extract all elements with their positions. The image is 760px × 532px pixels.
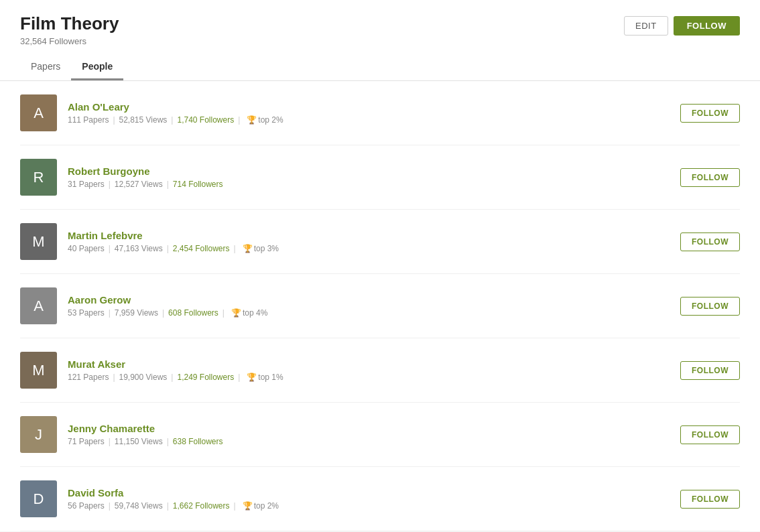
tab-people[interactable]: People: [71, 54, 123, 80]
tabs-nav: Papers People: [20, 54, 740, 80]
stat-sep: |: [113, 373, 115, 382]
avatar-letter: A: [34, 105, 44, 122]
papers-stat: 71 Papers: [68, 437, 105, 446]
trophy-icon: 🏆: [247, 373, 257, 382]
papers-stat: 111 Papers: [68, 115, 109, 125]
avatar-letter: A: [34, 297, 44, 315]
person-name[interactable]: Alan O'Leary: [68, 101, 283, 113]
stat-sep: |: [171, 115, 173, 125]
header-actions: EDIT FOLLOW: [624, 16, 740, 36]
person-name[interactable]: Jenny Chamarette: [68, 423, 223, 434]
followers-count: 32,564 Followers: [20, 36, 119, 46]
trophy-icon: 🏆: [243, 244, 253, 253]
edit-button[interactable]: EDIT: [624, 16, 668, 36]
tab-papers[interactable]: Papers: [20, 54, 71, 80]
follow-person-button[interactable]: FOLLOW: [680, 490, 740, 509]
follow-person-button[interactable]: FOLLOW: [680, 232, 740, 251]
follow-person-button[interactable]: FOLLOW: [680, 297, 740, 316]
person-name[interactable]: Murat Akser: [68, 358, 283, 370]
person-info: Alan O'Leary 111 Papers | 52,815 Views |…: [68, 101, 283, 125]
followers-stat: 1,740 Followers: [177, 115, 234, 125]
person-item: J Jenny Chamarette 71 Papers | 11,150 Vi…: [20, 403, 740, 467]
avatar: M: [20, 352, 57, 389]
avatar: D: [20, 480, 57, 517]
avatar: A: [20, 287, 57, 324]
stat-sep: |: [167, 180, 169, 189]
followers-stat: 1,249 Followers: [177, 373, 234, 382]
person-left: D David Sorfa 56 Papers | 59,748 Views |…: [20, 480, 279, 517]
avatar-letter: J: [35, 426, 42, 444]
title-section: Film Theory 32,564 Followers: [20, 13, 119, 46]
person-item: R Robert Burgoyne 31 Papers | 12,527 Vie…: [20, 145, 740, 210]
stat-sep: |: [234, 501, 236, 511]
avatar: M: [20, 223, 57, 260]
person-item: M Murat Akser 121 Papers | 19,900 Views …: [20, 338, 740, 403]
followers-stat: 2,454 Followers: [173, 244, 230, 253]
stat-sep: |: [238, 115, 240, 125]
followers-stat: 1,662 Followers: [173, 501, 230, 511]
person-info: Aaron Gerow 53 Papers | 7,959 Views | 60…: [68, 294, 267, 318]
follow-person-button[interactable]: FOLLOW: [680, 104, 740, 123]
content-area: A Alan O'Leary 111 Papers | 52,815 Views…: [0, 81, 760, 531]
stat-sep: |: [238, 373, 240, 382]
person-left: R Robert Burgoyne 31 Papers | 12,527 Vie…: [20, 159, 223, 196]
person-left: J Jenny Chamarette 71 Papers | 11,150 Vi…: [20, 416, 223, 453]
stat-sep: |: [109, 180, 111, 189]
person-name[interactable]: Martin Lefebvre: [68, 230, 279, 241]
follow-person-button[interactable]: FOLLOW: [680, 168, 740, 187]
person-name[interactable]: Aaron Gerow: [68, 294, 267, 306]
stat-sep: |: [162, 308, 164, 318]
person-info: Martin Lefebvre 40 Papers | 47,163 Views…: [68, 230, 279, 253]
trophy-icon: 🏆: [243, 501, 253, 511]
trophy-icon: 🏆: [231, 308, 241, 318]
stat-sep: |: [167, 437, 169, 446]
person-left: A Aaron Gerow 53 Papers | 7,959 Views | …: [20, 287, 267, 324]
header-top: Film Theory 32,564 Followers EDIT FOLLOW: [20, 13, 740, 54]
person-item: A Aaron Gerow 53 Papers | 7,959 Views | …: [20, 274, 740, 338]
person-info: Jenny Chamarette 71 Papers | 11,150 View…: [68, 423, 223, 446]
person-name[interactable]: Robert Burgoyne: [68, 165, 223, 177]
stat-sep: |: [234, 244, 236, 253]
person-left: M Murat Akser 121 Papers | 19,900 Views …: [20, 352, 283, 389]
stat-sep: |: [109, 501, 111, 511]
follow-main-button[interactable]: FOLLOW: [674, 16, 740, 36]
stat-sep: |: [167, 501, 169, 511]
views-stat: 59,748 Views: [115, 501, 163, 511]
person-item: M Martin Lefebvre 40 Papers | 47,163 Vie…: [20, 210, 740, 274]
person-name[interactable]: David Sorfa: [68, 487, 279, 498]
stat-sep: |: [167, 244, 169, 253]
stat-sep: |: [109, 437, 111, 446]
avatar: J: [20, 416, 57, 453]
person-info: David Sorfa 56 Papers | 59,748 Views | 1…: [68, 487, 279, 511]
person-info: Murat Akser 121 Papers | 19,900 Views | …: [68, 358, 283, 382]
trophy-badge: 🏆top 2%: [247, 115, 283, 125]
views-stat: 11,150 Views: [115, 437, 163, 446]
avatar: A: [20, 94, 57, 131]
person-stats: 121 Papers | 19,900 Views | 1,249 Follow…: [68, 373, 283, 382]
papers-stat: 53 Papers: [68, 308, 105, 318]
page-title: Film Theory: [20, 13, 119, 34]
person-info: Robert Burgoyne 31 Papers | 12,527 Views…: [68, 165, 223, 189]
follow-person-button[interactable]: FOLLOW: [680, 425, 740, 444]
avatar-letter: D: [34, 490, 44, 508]
trophy-badge: 🏆top 3%: [243, 244, 279, 253]
trophy-badge: 🏆top 4%: [231, 308, 267, 318]
trophy-badge: 🏆top 2%: [243, 501, 279, 511]
stat-sep: |: [113, 115, 115, 125]
avatar-letter: R: [34, 169, 44, 186]
avatar: R: [20, 159, 57, 196]
follow-person-button[interactable]: FOLLOW: [680, 361, 740, 380]
papers-stat: 40 Papers: [68, 244, 105, 253]
person-stats: 56 Papers | 59,748 Views | 1,662 Followe…: [68, 501, 279, 511]
views-stat: 52,815 Views: [119, 115, 168, 125]
views-stat: 19,900 Views: [119, 373, 168, 382]
papers-stat: 56 Papers: [68, 501, 105, 511]
stat-sep: |: [171, 373, 173, 382]
person-left: A Alan O'Leary 111 Papers | 52,815 Views…: [20, 94, 283, 131]
views-stat: 7,959 Views: [115, 308, 158, 318]
views-stat: 12,527 Views: [115, 180, 163, 189]
person-item: D David Sorfa 56 Papers | 59,748 Views |…: [20, 467, 740, 531]
followers-stat: 638 Followers: [173, 437, 223, 446]
followers-stat: 714 Followers: [173, 180, 223, 189]
person-stats: 31 Papers | 12,527 Views | 714 Followers: [68, 180, 223, 189]
